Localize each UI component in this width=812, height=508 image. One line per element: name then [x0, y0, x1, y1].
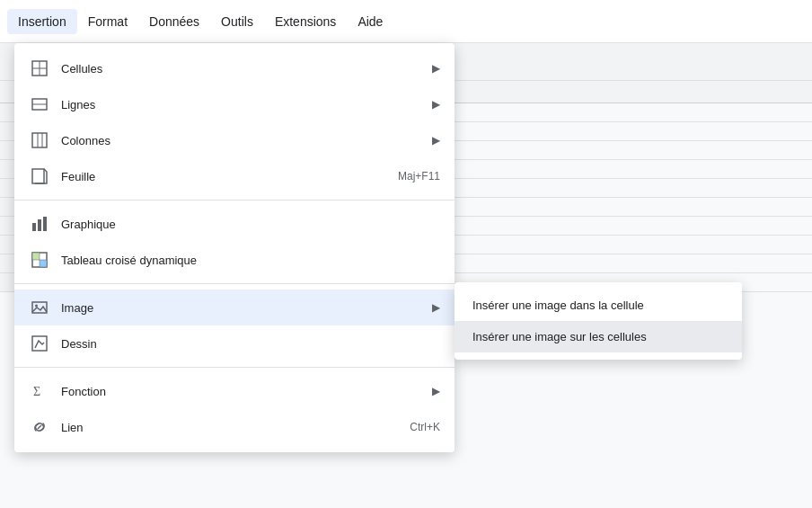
fonction-arrow: ▶: [432, 385, 440, 397]
image-submenu: Insérer une image dans la cellule Insére…: [455, 282, 742, 360]
menu-outils[interactable]: Outils: [210, 9, 264, 34]
lien-shortcut: Ctrl+K: [410, 421, 440, 433]
col-icon: [29, 129, 50, 151]
menu-item-graphique[interactable]: Graphique: [14, 206, 455, 242]
colonnes-arrow: ▶: [432, 134, 440, 147]
svg-rect-10: [38, 219, 41, 231]
menu-item-image[interactable]: Image ▶ Insérer une image dans la cellul…: [14, 290, 455, 325]
image-label: Image: [61, 301, 425, 315]
cellules-arrow: ▶: [432, 62, 440, 75]
pivot-icon: [29, 249, 50, 271]
menu-aide[interactable]: Aide: [347, 9, 393, 34]
insertion-menu: Cellules ▶ Lignes ▶ Colonnes ▶ Feuille M…: [14, 43, 455, 452]
fonction-label: Fonction: [61, 385, 425, 398]
menu-format[interactable]: Format: [77, 9, 138, 34]
menu-item-feuille[interactable]: Feuille Maj+F11: [14, 158, 455, 194]
svg-rect-5: [32, 133, 47, 147]
dessin-label: Dessin: [61, 337, 440, 351]
svg-rect-11: [43, 217, 47, 231]
menu-item-dessin[interactable]: Dessin: [14, 325, 455, 361]
menu-item-lignes[interactable]: Lignes ▶: [14, 86, 455, 122]
func-icon: Σ: [29, 380, 50, 402]
link-icon: [29, 416, 50, 438]
separator-3: [14, 367, 455, 368]
svg-rect-13: [32, 253, 40, 260]
menu-extensions[interactable]: Extensions: [264, 9, 347, 34]
menu-item-fonction[interactable]: Σ Fonction ▶: [14, 373, 455, 409]
image-icon: [29, 297, 50, 318]
tableau-croise-label: Tableau croisé dynamique: [61, 254, 440, 267]
svg-rect-14: [40, 260, 47, 267]
menu-item-cellules[interactable]: Cellules ▶: [14, 50, 455, 86]
colonnes-label: Colonnes: [61, 134, 425, 147]
image-arrow: ▶: [432, 301, 440, 314]
separator-1: [14, 200, 455, 201]
feuille-label: Feuille: [61, 170, 384, 183]
menu-item-tableau-croise[interactable]: Tableau croisé dynamique: [14, 242, 455, 278]
feuille-shortcut: Maj+F11: [398, 170, 440, 183]
menu-donnees[interactable]: Données: [138, 9, 210, 34]
submenu-item-image-in-cell[interactable]: Insérer une image dans la cellule: [455, 290, 742, 321]
draw-icon: [29, 333, 50, 354]
svg-point-16: [35, 305, 38, 307]
cellules-label: Cellules: [61, 62, 425, 76]
sheet-icon: [29, 165, 50, 187]
row-icon: [29, 94, 50, 115]
chart-icon: [29, 213, 50, 235]
menu-item-lien[interactable]: Lien Ctrl+K: [14, 409, 455, 445]
lien-label: Lien: [61, 421, 395, 434]
menubar: Insertion Format Données Outils Extensio…: [0, 0, 812, 43]
separator-2: [14, 283, 455, 284]
svg-rect-9: [32, 223, 36, 231]
cell-icon: [29, 58, 50, 79]
menu-item-colonnes[interactable]: Colonnes ▶: [14, 122, 455, 158]
graphique-label: Graphique: [61, 218, 440, 231]
submenu-item-image-over-cells[interactable]: Insérer une image sur les cellules: [455, 321, 742, 352]
lignes-arrow: ▶: [432, 98, 440, 111]
lignes-label: Lignes: [61, 98, 425, 111]
menu-insertion[interactable]: Insertion: [7, 9, 77, 34]
svg-text:Σ: Σ: [33, 385, 40, 398]
